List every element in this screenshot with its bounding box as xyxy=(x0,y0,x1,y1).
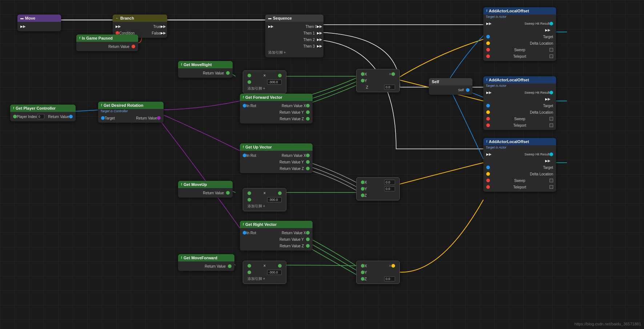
vec2-y-in[interactable] xyxy=(361,187,365,191)
get-right-vector-node[interactable]: f Get Right Vector In Rot Return Value X… xyxy=(240,221,313,251)
mult2-value-input[interactable] xyxy=(267,197,282,202)
up-retz-pin[interactable] xyxy=(306,167,310,170)
add2-sweep-pin[interactable] xyxy=(550,91,553,94)
vec1-x-in[interactable] xyxy=(361,72,365,76)
add3-sweep-check-pin[interactable] xyxy=(486,179,490,182)
get-player-controller-node[interactable]: f Get Player Controller Player Index Ret… xyxy=(10,105,76,121)
make-vector-3[interactable]: X × Y Z xyxy=(356,261,400,284)
add2-exec-in[interactable]: ▶ xyxy=(486,90,490,95)
fwd-retz-pin[interactable] xyxy=(306,117,310,121)
add3-target-pin[interactable] xyxy=(486,166,490,169)
moveforward-ret-pin[interactable] xyxy=(228,264,232,268)
make-vector-2[interactable]: X Y Z xyxy=(356,177,400,200)
add3-exec-in[interactable]: ▶ xyxy=(486,152,490,157)
add3-delta-pin[interactable] xyxy=(486,172,490,176)
player-ret-pin[interactable] xyxy=(69,115,73,118)
up-inrot-pin[interactable] xyxy=(243,154,246,157)
add2-teleport-checkbox[interactable] xyxy=(550,123,553,127)
make-vector-1[interactable]: X × Y Z xyxy=(356,69,400,92)
desired-ret-pin[interactable] xyxy=(157,116,161,120)
add2-teleport-pin[interactable] xyxy=(486,123,490,127)
return-pin[interactable] xyxy=(226,71,230,75)
right-inrot-pin[interactable] xyxy=(243,231,246,235)
then0-out[interactable]: ▶ xyxy=(317,24,321,29)
vec3-x-in[interactable] xyxy=(361,264,365,268)
add-actor-offset-3[interactable]: f AddActorLocalOffset Target is Actor ▶ … xyxy=(483,138,556,192)
add1-teleport-checkbox[interactable] xyxy=(550,54,553,58)
vec1-z-input[interactable] xyxy=(384,85,395,90)
player-index-pin[interactable] xyxy=(13,115,17,118)
mult3-a-pin[interactable] xyxy=(247,264,251,268)
self-node[interactable]: Self Self xyxy=(429,78,472,95)
add3-teleport-pin[interactable] xyxy=(486,185,490,189)
add1-target-pin[interactable] xyxy=(486,35,490,38)
right-rety-pin[interactable] xyxy=(306,237,310,241)
add1-teleport-pin[interactable] xyxy=(486,54,490,58)
add2-target-pin[interactable] xyxy=(486,104,490,107)
add2-sweep-check-pin[interactable] xyxy=(486,117,490,121)
add3-sweep-pin[interactable] xyxy=(550,153,553,156)
get-moveup-node[interactable]: f Get MoveUp Return Value xyxy=(178,181,233,198)
mult1-value-input[interactable] xyxy=(267,80,282,85)
mult3-add-pin[interactable]: 添加引脚 + xyxy=(245,276,285,282)
self-out-pin[interactable] xyxy=(466,88,470,92)
move-exec-out[interactable]: ▶ xyxy=(20,24,24,29)
vec3-z-in[interactable] xyxy=(361,277,365,281)
vec3-y-in[interactable] xyxy=(361,271,365,274)
vec2-x-in[interactable] xyxy=(361,180,365,184)
vec1-out[interactable] xyxy=(391,72,395,76)
mult2-a-pin[interactable] xyxy=(247,191,251,195)
add1-sweep-check-pin[interactable] xyxy=(486,48,490,52)
add3-sweep-checkbox[interactable] xyxy=(550,179,553,182)
vec2-z-in[interactable] xyxy=(361,194,365,197)
add1-sweep-checkbox[interactable] xyxy=(550,48,553,52)
multiply-node-1[interactable]: × 添加引脚 + xyxy=(243,70,286,94)
then2-out[interactable]: ▶ xyxy=(317,37,321,42)
add1-exec-in[interactable]: ▶ xyxy=(486,21,490,26)
right-retx-pin[interactable] xyxy=(306,231,310,235)
get-moveright-node[interactable]: f Get MoveRight Return Value xyxy=(178,61,233,78)
mult2-b-pin[interactable] xyxy=(247,198,251,202)
add2-sweep-checkbox[interactable] xyxy=(550,117,553,121)
move-node[interactable]: ▬ Move ▶ xyxy=(17,15,61,31)
get-forward-vector-node[interactable]: f Get Forward Vector In Rot Return Value… xyxy=(240,94,313,123)
then1-out[interactable]: ▶ xyxy=(317,31,321,35)
add2-delta-pin[interactable] xyxy=(486,110,490,114)
vec3-z-input[interactable] xyxy=(384,276,395,281)
multiply-node-3[interactable]: × 添加引脚 + xyxy=(243,261,286,284)
vec2-x-input[interactable] xyxy=(384,180,395,185)
up-rety-pin[interactable] xyxy=(306,160,310,164)
add3-teleport-checkbox[interactable] xyxy=(550,185,553,189)
return-value-pin[interactable] xyxy=(132,45,135,48)
branch-true-out[interactable]: ▶ xyxy=(161,24,164,29)
fwd-rety-pin[interactable] xyxy=(306,110,310,114)
is-game-paused-node[interactable]: f Is Game Paused Return Value xyxy=(76,34,138,51)
get-desired-rotation-node[interactable]: f Get Desired Rotation Target is Control… xyxy=(98,102,164,123)
add2-exec-out[interactable]: ▶ xyxy=(545,97,549,101)
right-retz-pin[interactable] xyxy=(306,244,310,248)
vec2-y-input[interactable] xyxy=(384,186,395,191)
fwd-retx-pin[interactable] xyxy=(306,104,310,107)
sequence-node[interactable]: ▬ Sequence ▶ Then 0 ▶ Then 1 ▶ Then 2 ▶ … xyxy=(265,15,323,57)
fwd-inrot-pin[interactable] xyxy=(243,104,246,107)
add-actor-offset-1[interactable]: f AddActorLocalOffset Target is Actor ▶ … xyxy=(483,7,556,61)
mult3-out-pin[interactable] xyxy=(278,264,282,268)
mult1-out-pin[interactable] xyxy=(278,74,282,77)
add1-exec-out[interactable]: ▶ xyxy=(545,28,549,32)
mult2-add-pin[interactable]: 添加引脚 + xyxy=(245,203,285,210)
mult1-b-pin[interactable] xyxy=(247,80,251,84)
add3-exec-out[interactable]: ▶ xyxy=(545,159,549,163)
mult1-a-pin[interactable] xyxy=(247,74,251,77)
add1-delta-pin[interactable] xyxy=(486,41,490,45)
add1-sweep-pin[interactable] xyxy=(550,22,553,25)
add-actor-offset-2[interactable]: f AddActorLocalOffset Target is Actor ▶ … xyxy=(483,76,556,130)
multiply-node-2[interactable]: × 添加引脚 + xyxy=(243,188,286,211)
player-index-input[interactable] xyxy=(37,114,44,119)
mult1-add-pin[interactable]: 添加引脚 + xyxy=(245,85,285,92)
get-moveforward-node[interactable]: f Get MoveForward Return Value xyxy=(178,254,234,271)
mult3-value-input[interactable] xyxy=(267,270,282,275)
mult2-out-pin[interactable] xyxy=(278,191,282,195)
vec3-out[interactable] xyxy=(391,264,395,268)
branch-false-out[interactable]: ▶ xyxy=(161,31,164,35)
get-up-vector-node[interactable]: f Get Up Vector In Rot Return Value X Re… xyxy=(240,143,313,173)
